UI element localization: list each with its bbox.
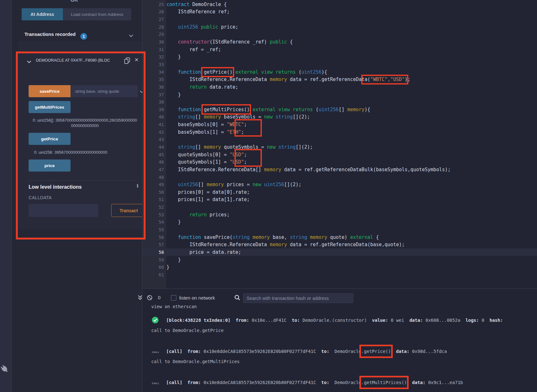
code-line[interactable]: 35 IStdReference.ReferenceData memory da… bbox=[142, 76, 537, 83]
code-line[interactable]: 39 function getMultiPrices() external vi… bbox=[142, 106, 537, 113]
line-number: 46 bbox=[142, 159, 166, 165]
line-number: 58 bbox=[142, 250, 166, 255]
line-number: 60 bbox=[142, 265, 166, 270]
code-text: price = data.rate; bbox=[167, 249, 241, 255]
annotation-box: .getMultiPrices() bbox=[361, 380, 407, 385]
code-line[interactable]: 29 bbox=[142, 31, 537, 38]
code-line[interactable]: 36 return data.rate; bbox=[142, 83, 537, 91]
copy-address-icon[interactable] bbox=[124, 57, 130, 64]
divider bbox=[29, 180, 138, 180]
line-number: 25 bbox=[142, 2, 166, 7]
code-line[interactable]: 40 string[] memory baseSymbols = new str… bbox=[142, 113, 537, 121]
etherscan-link[interactable]: view on etherscan bbox=[151, 304, 197, 309]
code-line[interactable]: 60} bbox=[142, 263, 537, 271]
code-line[interactable]: 54 } bbox=[142, 219, 537, 226]
line-number: 43 bbox=[142, 137, 166, 142]
transactions-recorded-label: Transactions recorded bbox=[24, 31, 76, 37]
line-number: 36 bbox=[142, 84, 166, 90]
code-line[interactable]: 44 string[] memory quoteSymbols = new st… bbox=[142, 143, 537, 151]
saveprice-button[interactable]: savePrice bbox=[29, 85, 71, 97]
code-line[interactable]: 26 IStdReference ref; bbox=[142, 8, 537, 16]
code-line[interactable]: 41 baseSymbols[0] = "WBTC"; bbox=[142, 121, 537, 128]
price-button[interactable]: price bbox=[29, 159, 71, 172]
collapse-contract-icon[interactable] bbox=[27, 59, 31, 63]
code-line[interactable]: 61 bbox=[142, 271, 537, 279]
line-number: 48 bbox=[142, 175, 166, 180]
code-text: } bbox=[167, 219, 181, 225]
code-editor[interactable]: 25contract DemoOracle {26 IStdReference … bbox=[142, 1, 537, 279]
getprice-output: 0: uint256: 39567000000000000000000 bbox=[34, 150, 139, 155]
code-line[interactable]: 25contract DemoOracle { bbox=[142, 1, 537, 8]
at-address-button[interactable]: At Address bbox=[22, 8, 63, 20]
close-contract-icon[interactable]: ✕ bbox=[134, 57, 139, 63]
collapse-terminal-icon[interactable] bbox=[138, 295, 143, 301]
code-line[interactable]: 53 return prices; bbox=[142, 211, 537, 219]
code-text: function getMultiPrices() external view … bbox=[167, 107, 370, 112]
line-number: 53 bbox=[142, 212, 166, 217]
code-line[interactable]: 33 bbox=[142, 61, 537, 68]
info-icon[interactable]: i bbox=[137, 183, 139, 189]
chevron-down-icon[interactable] bbox=[129, 33, 133, 37]
code-line[interactable]: 50 prices[0] = data[0].rate; bbox=[142, 188, 537, 196]
saveprice-args-input[interactable]: string base, string quote bbox=[71, 85, 138, 97]
code-line[interactable]: 32 } bbox=[142, 53, 537, 61]
line-number: 41 bbox=[142, 122, 166, 127]
line-number: 27 bbox=[142, 17, 166, 22]
annotation-box: .getPrice() bbox=[361, 349, 391, 354]
code-line[interactable]: 31 ref = _ref; bbox=[142, 46, 537, 53]
terminal-search-input[interactable] bbox=[243, 293, 353, 303]
code-line[interactable]: 46 quoteSymbols[1] = "USD"; bbox=[142, 158, 537, 166]
clear-console-icon[interactable] bbox=[147, 295, 153, 301]
code-line[interactable]: 43 bbox=[142, 136, 537, 144]
line-number: 42 bbox=[142, 130, 166, 135]
code-line[interactable]: 34 function getPrice() external view ret… bbox=[142, 68, 537, 76]
code-line[interactable]: 47 IStdReference.ReferenceData[] memory … bbox=[142, 166, 537, 173]
code-line[interactable]: 28 uint256 public price; bbox=[142, 23, 537, 31]
code-line[interactable]: 27 bbox=[142, 16, 537, 23]
code-line[interactable]: 56 function savePrice(string memory base… bbox=[142, 233, 537, 241]
code-line[interactable]: 42 baseSymbols[1] = "ETH"; bbox=[142, 128, 537, 136]
code-line[interactable]: 55 bbox=[142, 226, 537, 233]
call-log-getmultiprices[interactable]: [call] from: 0x10e8ddeCA8185573e59262E82… bbox=[166, 380, 463, 385]
getmultiprices-button[interactable]: getMultiPrices bbox=[29, 101, 71, 113]
line-number: 39 bbox=[142, 107, 166, 112]
code-line[interactable]: 59 } bbox=[142, 256, 537, 264]
line-number: 33 bbox=[142, 62, 166, 67]
code-line[interactable]: 45 quoteSymbols[0] = "USD"; bbox=[142, 151, 537, 159]
call-caption: call to DemoOracle.getPrice bbox=[151, 328, 224, 333]
line-number: 55 bbox=[142, 227, 166, 232]
contract-instance-title[interactable]: DEMOORACLE AT 0X47F...F8080 (BLOC bbox=[36, 58, 121, 64]
code-line[interactable]: 30 constructor(IStdReference _ref) publi… bbox=[142, 38, 537, 46]
code-line[interactable]: 38 bbox=[142, 98, 537, 106]
line-number: 40 bbox=[142, 114, 166, 119]
transact-button[interactable]: Transact bbox=[111, 204, 146, 217]
line-number: 56 bbox=[142, 235, 166, 240]
code-line[interactable]: 51 prices[1] = data[1].rate; bbox=[142, 196, 537, 204]
code-text: return data.rate; bbox=[167, 84, 238, 90]
getprice-button[interactable]: getPrice bbox=[29, 133, 71, 145]
call-log-getprice[interactable]: [call] from: 0x10e8ddeCA8185573e59262E82… bbox=[166, 349, 447, 354]
code-line[interactable]: 52 bbox=[142, 203, 537, 211]
code-text: } bbox=[167, 257, 181, 263]
at-address-input[interactable]: Load contract from Address bbox=[63, 8, 131, 20]
call-tag-label: CALL bbox=[152, 382, 159, 385]
tx-log-block[interactable]: [block:438228 txIndex:0] from: 0x10e...d… bbox=[166, 318, 537, 323]
terminal: 0 listen on network view on etherscan [b… bbox=[0, 288, 537, 392]
calldata-input[interactable] bbox=[29, 204, 98, 217]
line-number: 50 bbox=[142, 190, 166, 195]
code-text: ref = _ref; bbox=[167, 47, 221, 52]
code-line[interactable]: 37 } bbox=[142, 91, 537, 98]
code-text: IStdReference.ReferenceData memory data … bbox=[167, 242, 405, 247]
line-number: 45 bbox=[142, 152, 166, 157]
code-text: } bbox=[167, 54, 181, 60]
line-number: 49 bbox=[142, 182, 166, 187]
code-line[interactable]: 48 bbox=[142, 173, 537, 181]
code-line[interactable]: 49 uint256[] memory prices = new uint256… bbox=[142, 181, 537, 188]
getmultiprices-output: 0: uint256[]: 39567000000000000000000,26… bbox=[32, 118, 137, 128]
code-line[interactable]: 58 price = data.rate; bbox=[142, 248, 537, 256]
listen-on-network-label: listen on network bbox=[179, 295, 215, 301]
listen-on-network-checkbox[interactable] bbox=[171, 295, 176, 301]
code-text: IStdReference.ReferenceData memory data … bbox=[167, 77, 411, 82]
code-text: } bbox=[167, 264, 169, 270]
code-line[interactable]: 57 IStdReference.ReferenceData memory da… bbox=[142, 241, 537, 249]
